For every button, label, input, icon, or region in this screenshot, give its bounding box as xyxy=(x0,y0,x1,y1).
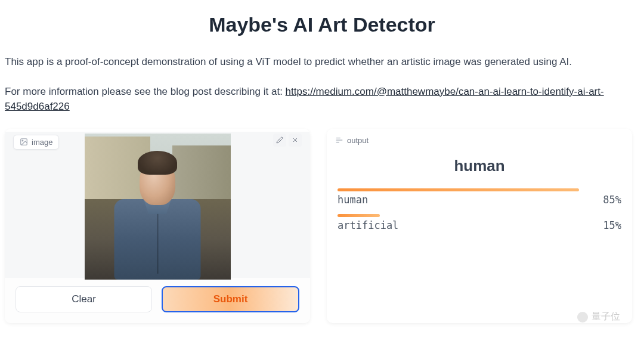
progress-fill xyxy=(338,214,380,217)
description-prefix: For more information please see the blog… xyxy=(5,86,286,97)
result-rows: human 85% artificial 15% xyxy=(327,188,632,231)
page-title: Maybe's AI Art Detector xyxy=(5,13,639,36)
submit-button[interactable]: Submit xyxy=(162,286,299,312)
result-row: artificial 15% xyxy=(338,214,621,231)
result-line: human 85% xyxy=(338,194,621,206)
clear-button[interactable]: Clear xyxy=(16,286,152,312)
panels-container: image C xyxy=(5,129,639,323)
watermark-text: 量子位 xyxy=(592,311,620,323)
prediction-title: human xyxy=(327,157,632,175)
input-header-actions xyxy=(273,134,302,147)
description-intro: This app is a proof-of-concept demonstra… xyxy=(5,54,639,70)
output-panel-header: output xyxy=(327,129,632,152)
bars-icon xyxy=(335,136,343,144)
progress-bar-human xyxy=(338,188,621,191)
result-label: human xyxy=(338,194,368,206)
edit-button[interactable] xyxy=(273,134,286,147)
input-label: image xyxy=(32,138,52,147)
image-icon xyxy=(20,138,28,146)
result-value: 85% xyxy=(603,194,621,206)
progress-fill xyxy=(338,188,579,191)
svg-point-1 xyxy=(22,140,23,141)
result-row: human 85% xyxy=(338,188,621,206)
output-label: output xyxy=(347,136,369,145)
button-row: Clear Submit xyxy=(5,278,310,323)
input-label-tab: image xyxy=(13,135,59,150)
output-panel: output human human 85% artificial xyxy=(327,129,632,323)
close-button[interactable] xyxy=(289,134,302,147)
pencil-icon xyxy=(276,137,283,144)
input-panel: image C xyxy=(5,129,310,323)
result-label: artificial xyxy=(338,219,398,231)
watermark: 量子位 xyxy=(577,311,620,323)
wechat-icon xyxy=(577,312,588,323)
result-value: 15% xyxy=(603,219,621,231)
input-panel-header: image xyxy=(5,129,310,156)
progress-bar-artificial xyxy=(338,214,621,217)
result-line: artificial 15% xyxy=(338,219,621,231)
close-icon xyxy=(292,137,299,144)
output-label-tab: output xyxy=(335,135,369,146)
description-more-info: For more information please see the blog… xyxy=(5,84,639,114)
